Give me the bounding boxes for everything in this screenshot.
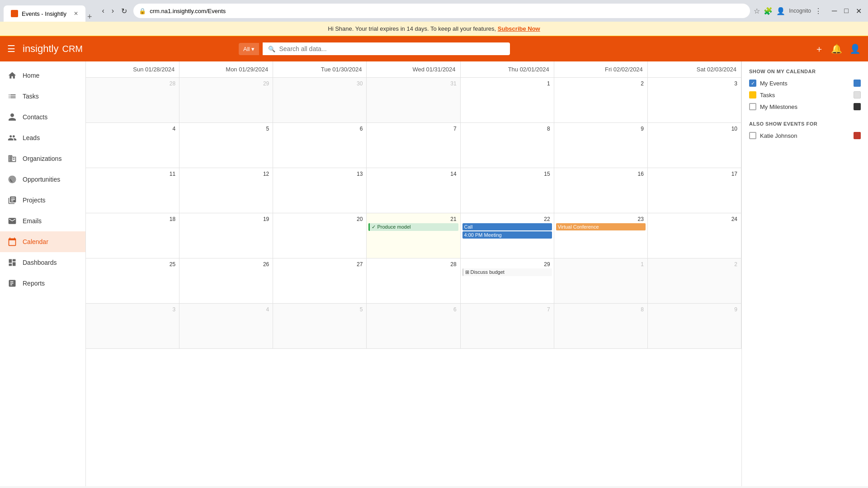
calendar-cell[interactable]: 7: [367, 123, 460, 168]
event-produce-model[interactable]: ✓ Produce model: [368, 223, 458, 231]
calendar-cell[interactable]: 7: [461, 304, 554, 349]
calendar-cell-21[interactable]: 21 ✓ Produce model: [367, 213, 460, 258]
right-panel: SHOW ON MY CALENDAR My Events Tasks: [741, 61, 868, 486]
sidebar-item-calendar[interactable]: Calendar: [0, 231, 85, 252]
event-meeting[interactable]: 4:00 PM Meeting: [462, 231, 552, 239]
projects-icon: [7, 195, 17, 205]
calendar-cell[interactable]: 17: [648, 168, 741, 213]
calendar-cell[interactable]: 1: [461, 78, 554, 123]
minimize-button[interactable]: ─: [829, 5, 840, 17]
calendar-cell[interactable]: 24: [648, 213, 741, 258]
forward-button[interactable]: ›: [109, 5, 117, 17]
calendar-icon: [7, 237, 17, 247]
sidebar-emails-label: Emails: [23, 217, 42, 225]
sidebar-item-emails[interactable]: Emails: [0, 211, 85, 231]
logo-text: insightly: [23, 43, 58, 55]
sidebar-item-contacts[interactable]: Contacts: [0, 107, 85, 127]
active-tab[interactable]: Events - Insightly ✕: [4, 5, 85, 22]
profile-button[interactable]: 👤: [776, 7, 785, 15]
calendar-cell[interactable]: 6: [273, 123, 367, 168]
calendar-cell[interactable]: 6: [367, 304, 460, 349]
sidebar: Home Tasks Contacts Leads Organizations: [0, 61, 86, 486]
calendar-cell[interactable]: 8: [554, 304, 648, 349]
calendar-cell-22[interactable]: 22 Call 4:00 PM Meeting: [461, 213, 554, 258]
close-button[interactable]: ✕: [853, 5, 864, 17]
sidebar-item-organizations[interactable]: Organizations: [0, 148, 85, 169]
calendar-cell[interactable]: 8: [461, 123, 554, 168]
calendar-cell[interactable]: 25: [86, 258, 179, 304]
bookmark-button[interactable]: ☆: [754, 7, 760, 15]
calendar-cell[interactable]: 3: [86, 304, 179, 349]
sidebar-item-reports[interactable]: Reports: [0, 273, 85, 294]
menu-button[interactable]: ⋮: [815, 7, 822, 15]
event-discuss-budget[interactable]: ⊞ Discuss budget: [462, 268, 552, 276]
extensions-button[interactable]: 🧩: [764, 7, 773, 15]
calendar-cell[interactable]: 26: [179, 258, 273, 304]
calendar-cell[interactable]: 9: [648, 304, 741, 349]
sidebar-item-tasks[interactable]: Tasks: [0, 86, 85, 107]
calendar-header-row: Sun 01/28/2024 Mon 01/29/2024 Tue 01/30/…: [86, 61, 741, 78]
my-events-checkbox[interactable]: [749, 80, 756, 87]
address-bar[interactable]: [150, 8, 745, 14]
tasks-color: [854, 91, 861, 99]
katie-johnson-checkbox[interactable]: [749, 132, 756, 139]
calendar-cell[interactable]: 10: [648, 123, 741, 168]
calendar-cell[interactable]: 28: [86, 78, 179, 123]
calendar-cell[interactable]: 13: [273, 168, 367, 213]
sidebar-item-dashboards[interactable]: Dashboards: [0, 252, 85, 273]
sidebar-tasks-label: Tasks: [23, 93, 39, 100]
new-tab-button[interactable]: +: [87, 12, 92, 22]
event-virtual-conference[interactable]: Virtual Conference: [556, 223, 646, 230]
add-button[interactable]: ＋: [815, 43, 824, 55]
sidebar-item-projects[interactable]: Projects: [0, 190, 85, 211]
day-header-thu: Thu 02/01/2024: [461, 61, 554, 77]
calendar-cell[interactable]: 28: [367, 258, 460, 304]
calendar-cell[interactable]: 5: [179, 123, 273, 168]
calendar-cell[interactable]: 19: [179, 213, 273, 258]
user-avatar-button[interactable]: 👤: [849, 43, 861, 54]
sidebar-item-leads[interactable]: Leads: [0, 127, 85, 148]
event-call[interactable]: Call: [462, 223, 552, 230]
calendar-cell[interactable]: 18: [86, 213, 179, 258]
back-button[interactable]: ‹: [99, 5, 107, 17]
maximize-button[interactable]: □: [841, 5, 851, 17]
calendar-cell[interactable]: 20: [273, 213, 367, 258]
refresh-button[interactable]: ↻: [118, 5, 130, 17]
my-milestones-checkbox[interactable]: [749, 103, 756, 110]
calendar-cell[interactable]: 30: [273, 78, 367, 123]
calendar-cell[interactable]: 2: [554, 78, 648, 123]
calendar-cell-23[interactable]: 23 Virtual Conference: [554, 213, 648, 258]
browser-chrome: Events - Insightly ✕ + ‹ › ↻ 🔒 ☆ 🧩 👤 Inc…: [0, 0, 868, 22]
sidebar-calendar-label: Calendar: [23, 238, 48, 245]
trial-banner: Hi Shane. Your trial expires in 14 days.…: [0, 22, 868, 36]
notifications-button[interactable]: 🔔: [831, 43, 842, 54]
calendar-cell[interactable]: 11: [86, 168, 179, 213]
content-area: Sun 01/28/2024 Mon 01/29/2024 Tue 01/30/…: [86, 61, 868, 486]
calendar-cell[interactable]: 29: [179, 78, 273, 123]
tasks-checkbox[interactable]: [749, 91, 756, 99]
tab-close-button[interactable]: ✕: [74, 10, 78, 17]
calendar-cell[interactable]: 9: [554, 123, 648, 168]
sidebar-item-opportunities[interactable]: Opportunities: [0, 169, 85, 190]
search-all-button[interactable]: All ▾: [239, 43, 259, 55]
calendar-cell[interactable]: 3: [648, 78, 741, 123]
calendar-cell[interactable]: 4: [86, 123, 179, 168]
sidebar-leads-label: Leads: [23, 134, 40, 141]
calendar-cell[interactable]: 14: [367, 168, 460, 213]
search-input[interactable]: [279, 45, 505, 52]
day-header-wed: Wed 01/31/2024: [367, 61, 460, 77]
calendar-cell[interactable]: 1: [554, 258, 648, 304]
calendar-cell-29[interactable]: 29 ⊞ Discuss budget: [461, 258, 554, 304]
calendar-cell[interactable]: 31: [367, 78, 460, 123]
hamburger-button[interactable]: ☰: [7, 43, 15, 54]
calendar-cell[interactable]: 15: [461, 168, 554, 213]
subscribe-now-link[interactable]: Subscribe Now: [498, 25, 540, 32]
calendar-cell[interactable]: 5: [273, 304, 367, 349]
sidebar-item-home[interactable]: Home: [0, 65, 85, 86]
calendar-cell[interactable]: 27: [273, 258, 367, 304]
calendar-cell[interactable]: 12: [179, 168, 273, 213]
calendar-cell[interactable]: 16: [554, 168, 648, 213]
logo: insightly CRM: [23, 43, 83, 55]
calendar-cell[interactable]: 4: [179, 304, 273, 349]
calendar-cell[interactable]: 2: [648, 258, 741, 304]
